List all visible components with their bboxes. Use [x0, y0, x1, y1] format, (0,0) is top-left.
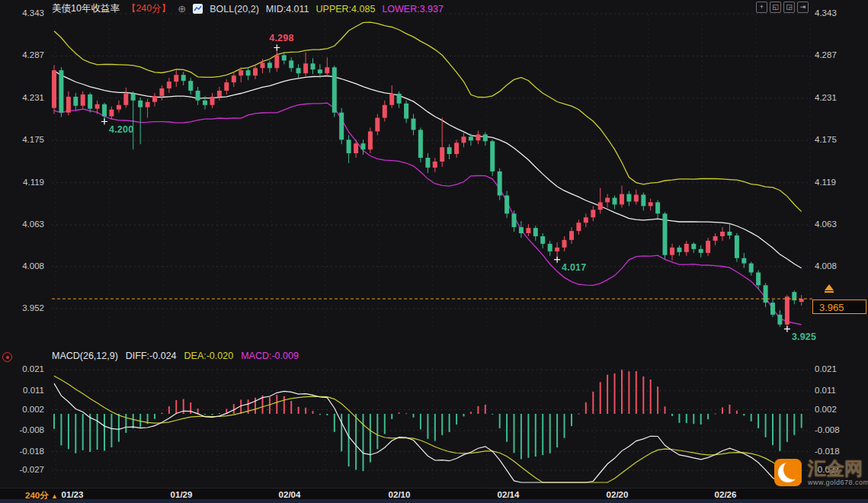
boll-params-label: BOLL(20,2) [210, 4, 259, 14]
candle-body [613, 198, 617, 205]
candle-body [131, 94, 136, 101]
candle-body [512, 213, 517, 227]
macd-histogram-bar [628, 371, 629, 414]
exit-fullscreen-icon[interactable]: ⇥ [797, 2, 809, 13]
bottom-edge-bar [0, 499, 868, 503]
macd-histogram-bar [564, 414, 565, 438]
candle-body [749, 264, 754, 273]
site-url: www.gold678.com [808, 479, 868, 486]
candle-body [102, 104, 107, 117]
macd-histogram-bar [715, 413, 716, 414]
macd-histogram-bar [449, 414, 450, 432]
y-axis-label: 4.175 [815, 135, 863, 144]
macd-histogram-bar [341, 414, 342, 451]
crosshair-target-icon[interactable] [2, 352, 12, 362]
y-axis-label: 4.231 [2, 93, 44, 102]
main-chart-header: 美债10年收益率 【240分】 ⊕ BOLL(20,2) MID:4.011 U… [52, 2, 444, 15]
macd-histogram-bar [89, 414, 91, 452]
y-axis-label: 4.231 [815, 93, 863, 102]
macd-histogram-bar [97, 414, 98, 450]
macd-axis-label: 0.021 [815, 364, 863, 373]
candlestick-mini-icon[interactable] [193, 4, 203, 14]
macd-histogram-bar [722, 408, 723, 414]
candle-body [81, 95, 85, 106]
macd-histogram-bar [334, 414, 335, 432]
candle-body [519, 227, 524, 233]
macd-axis-label: -0.008 [815, 425, 863, 434]
macd-histogram-bar [118, 414, 120, 442]
candle-body [117, 105, 121, 110]
macd-histogram-bar [485, 405, 486, 414]
macd-histogram-bar [68, 414, 69, 449]
macd-histogram-bar [614, 373, 616, 414]
price-annotation: 4.298 [269, 33, 293, 43]
extreme-marker-icon [101, 119, 107, 125]
x-axis-date-label: 01/23 [51, 490, 94, 499]
candle-body [196, 91, 200, 101]
candle-body [548, 244, 553, 252]
candle-body [483, 134, 488, 141]
candle-body [691, 244, 696, 249]
macd-histogram-bar [801, 414, 802, 428]
chart-canvas[interactable] [0, 0, 868, 503]
candle-body [462, 136, 466, 143]
candle-body [167, 82, 171, 88]
candle-body [375, 118, 380, 132]
candle-body [498, 171, 502, 196]
macd-histogram-bar [204, 414, 206, 415]
period-tag[interactable]: 【240分】 [127, 2, 171, 15]
macd-histogram-bar [757, 414, 759, 428]
extreme-marker-icon [554, 257, 560, 263]
candle-body [332, 67, 337, 112]
candle-body [181, 75, 186, 81]
candle-body [741, 258, 746, 264]
zoom-in-icon[interactable]: ◱ [770, 2, 781, 13]
instrument-title: 美债10年收益率 [52, 2, 120, 15]
macd-histogram-bar [133, 414, 134, 428]
macd-histogram-bar [786, 414, 788, 442]
macd-histogram-bar [678, 414, 680, 423]
macd-histogram-bar [427, 414, 428, 439]
candle-body [210, 97, 215, 105]
add-indicator-icon[interactable]: ⊕ [178, 3, 186, 14]
candle-body [433, 162, 437, 168]
candle-body [591, 210, 595, 217]
pan-icon[interactable]: + [756, 2, 767, 13]
candle-body [655, 202, 660, 213]
candle-body [354, 143, 358, 153]
price-annotation: 3.925 [792, 332, 816, 342]
macd-histogram-bar [283, 396, 285, 414]
macd-axis-label: 0.011 [2, 386, 44, 395]
candle-body [576, 223, 581, 231]
macd-histogram-bar [348, 414, 350, 466]
candle-body [274, 55, 279, 68]
candle-body [454, 143, 459, 154]
macd-histogram-bar [219, 413, 220, 414]
candle-body [418, 130, 423, 158]
candle-body [620, 194, 624, 205]
candle-body [95, 104, 100, 109]
candle-body [490, 141, 495, 171]
candle-body [720, 232, 725, 236]
macd-histogram-bar [700, 414, 702, 425]
candle-body [88, 95, 92, 109]
macd-axis-label: 0.002 [2, 405, 44, 414]
candle-body [727, 232, 732, 235]
y-axis-label: 4.343 [815, 8, 863, 18]
macd-histogram-bar [60, 414, 62, 445]
zoom-out-icon[interactable]: ◲ [783, 2, 795, 13]
chart-app: 美债10年收益率 【240分】 ⊕ BOLL(20,2) MID:4.011 U… [0, 0, 868, 503]
macd-histogram-bar [298, 407, 299, 414]
candle-body [325, 67, 329, 73]
candle-body [526, 228, 530, 233]
macd-histogram-bar [607, 375, 608, 414]
x-axis-date-label: 02/04 [268, 490, 311, 499]
candle-body [447, 147, 452, 154]
macd-histogram-bar [542, 414, 543, 455]
candle-body [706, 241, 710, 253]
macd-axis-label: 0.002 [815, 405, 863, 414]
candle-body [699, 249, 703, 253]
extreme-marker-icon [274, 45, 280, 51]
site-name: 汇金网 [808, 460, 868, 478]
candle-body [641, 195, 645, 207]
